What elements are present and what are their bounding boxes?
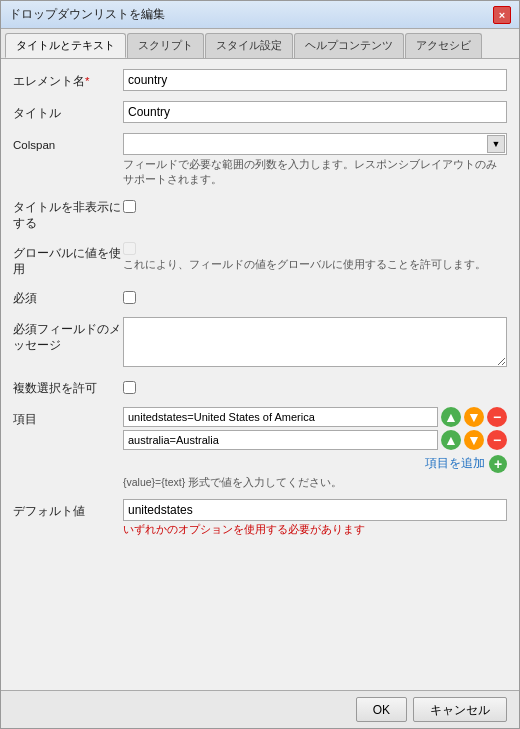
default-value-row: デフォルト値 いずれかのオプションを使用する必要があります [13,499,507,537]
tab-style[interactable]: スタイル設定 [205,33,293,58]
items-wrap: ▲ ▼ − ▲ ▼ − 項目を追加 + [123,407,507,490]
tab-script[interactable]: スクリプト [127,33,204,58]
colspan-select-wrap: 1 2 3 ▼ [123,133,507,155]
required-ctrl [123,291,136,307]
item-2-input[interactable] [123,430,438,450]
global-value-checkbox[interactable] [123,242,136,255]
default-value-label: デフォルト値 [13,499,123,519]
required-checkbox[interactable] [123,291,136,304]
colspan-hint: フィールドで必要な範囲の列数を入力します。レスポンシブレイアウトのみサポートされ… [123,157,507,186]
colspan-label: Colspan [13,133,123,153]
add-item-icon[interactable]: + [489,455,507,473]
colspan-wrap: 1 2 3 ▼ フィールドで必要な範囲の列数を入力します。レスポンシブレイアウト… [123,133,507,186]
required-msg-label: 必須フィールドのメッセージ [13,317,123,353]
tab-bar: タイトルとテキスト スクリプト スタイル設定 ヘルプコンテンツ アクセシビ [1,29,519,59]
item-row-2: ▲ ▼ − [123,430,507,450]
required-row: 必須 [13,287,507,307]
form-scroll-area[interactable]: エレメント名* タイトル Colspan [1,59,519,690]
dialog-title: ドロップダウンリストを編集 [9,6,165,23]
item-1-input[interactable] [123,407,438,427]
required-msg-input[interactable] [123,317,507,367]
required-msg-wrap [123,317,507,367]
item-1-down-button[interactable]: ▼ [464,407,484,427]
multi-select-row: 複数選択を許可 [13,377,507,397]
global-hint: これにより、フィールドの値をグローバルに使用することを許可します。 [123,257,507,272]
title-wrap [123,101,507,123]
tab-title-text[interactable]: タイトルとテキスト [5,33,126,58]
tab-access[interactable]: アクセシビ [405,33,482,58]
dialog-window: ドロップダウンリストを編集 × タイトルとテキスト スクリプト スタイル設定 ヘ… [0,0,520,729]
global-value-row: グローバルに値を使用 これにより、フィールドの値をグローバルに使用することを許可… [13,242,507,277]
tab-help[interactable]: ヘルプコンテンツ [294,33,404,58]
hide-title-label: タイトルを非表示にする [13,196,123,231]
items-row: 項目 ▲ ▼ − ▲ ▼ − [13,407,507,490]
element-name-input[interactable] [123,69,507,91]
multi-select-checkbox[interactable] [123,381,136,394]
multi-select-label: 複数選択を許可 [13,377,123,396]
title-input[interactable] [123,101,507,123]
colspan-select[interactable]: 1 2 3 [123,133,507,155]
ok-button[interactable]: OK [356,697,407,722]
multi-select-ctrl [123,381,136,397]
title-label: タイトル [13,101,123,121]
item-1-delete-button[interactable]: − [487,407,507,427]
default-value-warning: いずれかのオプションを使用する必要があります [123,523,507,537]
close-button[interactable]: × [493,6,511,24]
required-label: 必須 [13,287,123,306]
global-value-label: グローバルに値を使用 [13,242,123,277]
footer-bar: OK キャンセル [1,690,519,728]
colspan-row: Colspan 1 2 3 ▼ フィールドで必要な範囲の列数を入力します。レスポ… [13,133,507,186]
add-item-row: 項目を追加 + [123,455,507,473]
item-format-hint: {value}={text} 形式で値を入力してください。 [123,475,507,490]
cancel-button[interactable]: キャンセル [413,697,507,722]
title-bar: ドロップダウンリストを編集 × [1,1,519,29]
required-msg-row: 必須フィールドのメッセージ [13,317,507,367]
items-label: 項目 [13,407,123,427]
item-2-down-button[interactable]: ▼ [464,430,484,450]
default-value-wrap: いずれかのオプションを使用する必要があります [123,499,507,537]
element-name-wrap [123,69,507,91]
item-1-up-button[interactable]: ▲ [441,407,461,427]
item-2-up-button[interactable]: ▲ [441,430,461,450]
add-item-link[interactable]: 項目を追加 [425,456,485,471]
item-2-delete-button[interactable]: − [487,430,507,450]
hide-title-row: タイトルを非表示にする [13,196,507,231]
item-row-1: ▲ ▼ − [123,407,507,427]
content-area: エレメント名* タイトル Colspan [1,59,519,690]
title-row: タイトル [13,101,507,123]
hide-title-ctrl [123,200,136,216]
default-value-input[interactable] [123,499,507,521]
element-name-row: エレメント名* [13,69,507,91]
global-value-wrap: これにより、フィールドの値をグローバルに使用することを許可します。 [123,242,507,272]
hide-title-checkbox[interactable] [123,200,136,213]
element-name-label: エレメント名* [13,69,123,89]
